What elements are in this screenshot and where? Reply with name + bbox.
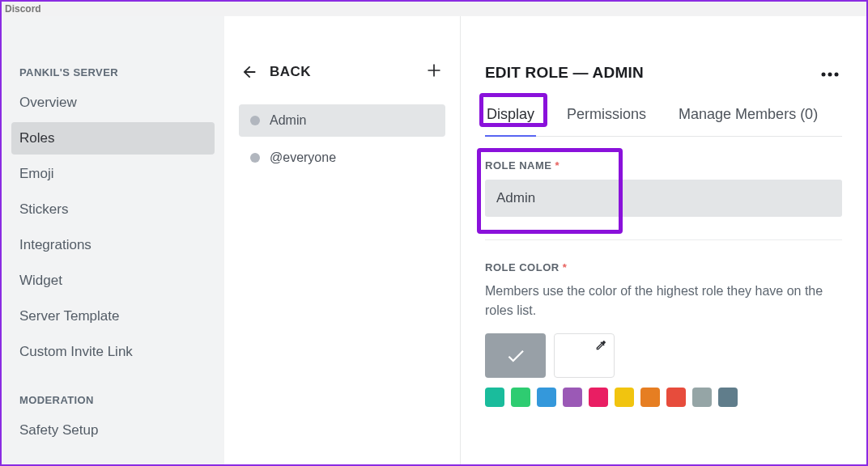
- role-name-section: ROLE NAME*: [485, 159, 842, 240]
- sidebar-item-custom-invite[interactable]: Custom Invite Link: [11, 336, 215, 368]
- custom-color-swatch[interactable]: [554, 333, 615, 378]
- color-swatch[interactable]: [615, 388, 634, 407]
- tab-permissions[interactable]: Permissions: [565, 106, 648, 136]
- role-name-label: ROLE NAME*: [485, 159, 842, 172]
- window-titlebar: Discord: [2, 2, 866, 16]
- server-settings-sidebar: PANKIL'S SERVER Overview Roles Emoji Sti…: [2, 16, 224, 466]
- svg-point-2: [835, 73, 839, 77]
- role-item-everyone[interactable]: @everyone: [239, 142, 445, 174]
- color-swatch[interactable]: [640, 388, 660, 407]
- role-item-label: Admin: [270, 113, 306, 128]
- svg-point-0: [822, 73, 826, 77]
- color-swatch[interactable]: [537, 388, 556, 407]
- sidebar-item-server-template[interactable]: Server Template: [11, 300, 215, 333]
- color-swatch-row: [485, 388, 842, 407]
- role-color-dot: [250, 153, 260, 163]
- plus-icon: [426, 62, 442, 78]
- sidebar-item-roles[interactable]: Roles: [11, 122, 215, 155]
- role-color-dot: [250, 116, 260, 125]
- color-swatch[interactable]: [511, 388, 530, 407]
- tab-manage-members[interactable]: Manage Members (0): [677, 106, 819, 136]
- role-name-input[interactable]: [485, 180, 842, 217]
- dots-horizontal-icon: [821, 72, 839, 77]
- role-editor-panel: EDIT ROLE — ADMIN Display Permissions Ma…: [461, 16, 866, 466]
- tab-display[interactable]: Display: [485, 106, 536, 136]
- color-swatch[interactable]: [563, 388, 582, 407]
- color-swatch[interactable]: [692, 388, 712, 407]
- add-role-button[interactable]: [426, 62, 442, 82]
- role-color-description: Members use the color of the highest rol…: [485, 282, 842, 320]
- server-name-header: PANKIL'S SERVER: [11, 66, 215, 87]
- more-options-button[interactable]: [818, 62, 842, 83]
- app-frame: PANKIL'S SERVER Overview Roles Emoji Sti…: [2, 16, 866, 466]
- back-button[interactable]: BACK: [240, 63, 311, 81]
- role-item-label: @everyone: [270, 150, 336, 165]
- arrow-left-icon: [240, 63, 258, 81]
- roles-list-panel: BACK Admin @everyone: [224, 16, 461, 466]
- color-swatch[interactable]: [718, 388, 738, 407]
- default-color-swatch[interactable]: [485, 333, 546, 378]
- sidebar-item-safety-setup[interactable]: Safety Setup: [11, 414, 215, 447]
- role-color-section: ROLE COLOR* Members use the color of the…: [485, 261, 842, 407]
- role-color-label: ROLE COLOR*: [485, 261, 842, 273]
- sidebar-item-overview[interactable]: Overview: [11, 87, 215, 119]
- check-icon: [505, 345, 526, 366]
- role-item-admin[interactable]: Admin: [239, 104, 445, 137]
- sidebar-item-widget[interactable]: Widget: [11, 265, 215, 297]
- sidebar-item-stickers[interactable]: Stickers: [11, 193, 215, 226]
- moderation-header: MODERATION: [11, 394, 215, 414]
- sidebar-item-emoji[interactable]: Emoji: [11, 158, 215, 190]
- color-swatch[interactable]: [589, 388, 608, 407]
- color-swatch[interactable]: [485, 388, 504, 407]
- editor-tabs: Display Permissions Manage Members (0): [485, 106, 842, 137]
- back-label: BACK: [270, 64, 311, 80]
- color-swatch[interactable]: [666, 388, 686, 407]
- svg-point-1: [828, 73, 832, 77]
- editor-title: EDIT ROLE — ADMIN: [485, 64, 644, 82]
- eyedropper-icon: [594, 339, 607, 352]
- sidebar-item-integrations[interactable]: Integrations: [11, 229, 215, 261]
